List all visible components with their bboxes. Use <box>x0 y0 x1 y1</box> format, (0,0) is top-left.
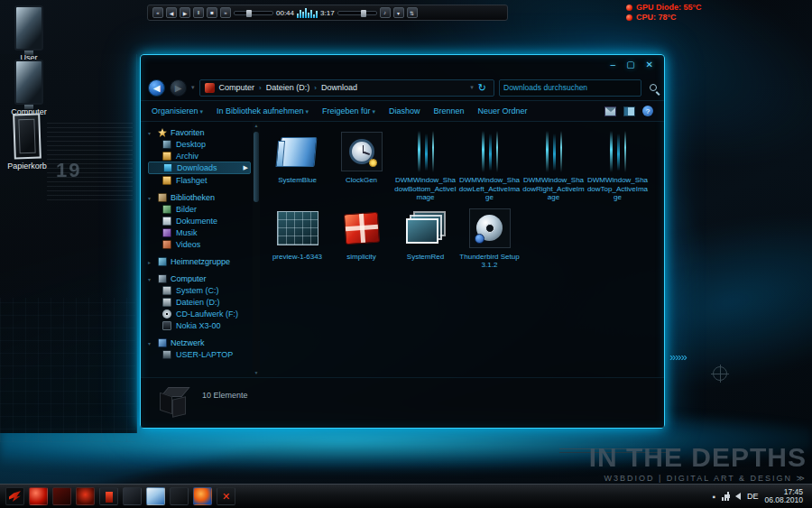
computer-monitor-icon <box>14 60 43 105</box>
media-playlist-button[interactable]: ♪ <box>380 7 391 18</box>
desktop-icon-computer[interactable]: Computer <box>5 60 52 116</box>
file-name: DWMWindow_ShadowRight_ActiveImage <box>521 176 586 202</box>
breadcrumb-separator: › <box>314 84 317 92</box>
desktop-icon-recycle-bin[interactable]: Papierkorb <box>4 114 51 171</box>
media-options-button[interactable]: ▾ <box>393 7 404 18</box>
expander-icon[interactable]: ▸ <box>148 259 154 265</box>
burn-button[interactable]: Brennen <box>434 106 465 115</box>
sidebar-item-archiv[interactable]: Archiv <box>148 150 251 162</box>
sidebar-section-libraries[interactable]: ▾ Bibliotheken <box>148 192 251 203</box>
sidebar-section-favorites[interactable]: ▾ Favoriten <box>148 127 251 138</box>
file-item[interactable]: DWMWindow_ShadowLeft_ActiveImage <box>457 129 521 202</box>
file-item[interactable]: DWMWindow_ShadowTop_ActiveImage <box>586 129 650 202</box>
tray-date: 06.08.2010 <box>764 496 803 505</box>
sidebar-item-documents[interactable]: Dokumente <box>148 215 251 226</box>
media-seek-slider[interactable] <box>234 11 273 15</box>
mail-icon[interactable] <box>604 106 616 116</box>
media-prev-button[interactable]: « <box>152 7 163 18</box>
breadcrumb-download[interactable]: Download <box>318 83 360 92</box>
sidebar-scrollbar[interactable]: ▲ ▼ <box>253 122 260 377</box>
explorer-icon[interactable] <box>146 487 165 505</box>
language-indicator[interactable]: DE <box>747 492 759 501</box>
sidebar-item-nokia[interactable]: Nokia X3-00 <box>148 319 251 331</box>
help-icon[interactable]: ? <box>642 106 653 116</box>
red-app-icon[interactable] <box>76 487 95 505</box>
scroll-down-icon[interactable]: ▼ <box>253 369 260 377</box>
expander-icon[interactable]: ▾ <box>148 195 154 201</box>
file-name: preview-1-6343 <box>265 253 329 262</box>
preview-pane-icon[interactable] <box>623 106 635 116</box>
media-player-icon[interactable] <box>193 487 212 505</box>
file-item[interactable]: DWMWindow_ShadowBottom_ActiveImage <box>393 129 457 202</box>
item-label: Dokumente <box>176 217 217 226</box>
sidebar-section-homegroup[interactable]: ▸ Heimnetzgruppe <box>148 256 251 267</box>
file-item[interactable]: Thunderbird Setup 3.1.2 <box>457 206 521 270</box>
include-in-library-menu[interactable]: In Bibliothek aufnehmen <box>217 106 309 115</box>
address-bar[interactable]: Computer › Dateien (D:) › Download ▾ ↻ <box>199 79 494 97</box>
breadcrumb-computer[interactable]: Computer <box>217 83 258 92</box>
sidebar-item-dateien-d[interactable]: Dateien (D:) <box>148 296 251 308</box>
file-item[interactable]: simplicity <box>329 206 393 270</box>
sidebar-item-desktop[interactable]: Desktop <box>148 138 251 150</box>
sidebar-item-flashget[interactable]: Flashget <box>148 174 251 186</box>
device-icon[interactable]: ▪ <box>712 492 715 502</box>
red-cross-app-icon[interactable] <box>217 487 235 505</box>
sidebar-section-network[interactable]: ▾ Netzwerk <box>148 337 251 348</box>
maximize-button[interactable]: ▢ <box>626 60 634 69</box>
dark-app-icon[interactable] <box>170 487 189 505</box>
window-titlebar[interactable]: – ▢ ✕ <box>141 55 664 75</box>
scroll-up-icon[interactable]: ▲ <box>253 122 260 130</box>
dark-red-app-icon[interactable] <box>52 487 71 505</box>
red-tool-app-icon[interactable] <box>99 487 118 505</box>
share-with-menu[interactable]: Freigeben für <box>322 106 375 115</box>
expander-icon[interactable]: ▾ <box>148 340 154 346</box>
media-volume-slider[interactable] <box>337 11 377 15</box>
slideshow-button[interactable]: Diashow <box>389 106 420 115</box>
red-orb-app-icon[interactable] <box>29 487 48 505</box>
sidebar-item-pictures[interactable]: Bilder <box>148 203 251 215</box>
media-pause-button[interactable]: ‖ <box>193 7 204 18</box>
clock[interactable]: 17:45 06.08.2010 <box>764 488 807 505</box>
file-item[interactable]: preview-1-6343 <box>265 206 329 270</box>
refresh-icon[interactable]: ↻ <box>475 82 489 94</box>
minimize-button[interactable]: – <box>611 60 616 69</box>
drive-icon <box>162 286 171 295</box>
expander-icon[interactable]: ▾ <box>148 130 154 136</box>
sidebar-item-videos[interactable]: Videos <box>148 238 251 250</box>
back-button[interactable]: ◀ <box>148 79 165 97</box>
address-dropdown[interactable]: ▾ <box>470 84 474 91</box>
rog-start-icon[interactable] <box>5 487 24 505</box>
sidebar-item-user-laptop[interactable]: USER-LAPTOP <box>148 348 251 360</box>
speaker-icon[interactable] <box>735 493 741 500</box>
breadcrumb-drive-d[interactable]: Dateien (D:) <box>263 83 313 92</box>
recent-pages-dropdown[interactable]: ▾ <box>191 84 195 91</box>
new-folder-button[interactable]: Neuer Ordner <box>478 106 528 115</box>
scrollbar-thumb[interactable] <box>254 132 259 202</box>
media-rewind-button[interactable]: ◀ <box>166 7 177 18</box>
sidebar-item-music[interactable]: Musik <box>148 226 251 238</box>
sidebar-item-cd-drive-f[interactable]: CD-Laufwerk (F:) <box>148 308 251 319</box>
details-pane: 10 Elemente <box>141 377 664 428</box>
file-item[interactable]: DWMWindow_ShadowRight_ActiveImage <box>521 129 586 202</box>
file-item[interactable]: ClockGen <box>329 129 393 202</box>
media-play-button[interactable]: ▶ <box>180 7 190 18</box>
search-icon[interactable] <box>650 84 657 91</box>
media-next-button[interactable]: » <box>220 7 231 18</box>
forward-button[interactable]: ▶ <box>170 79 187 97</box>
file-item[interactable]: SystemRed <box>393 206 457 270</box>
search-box[interactable] <box>499 79 641 97</box>
desktop-icon-user[interactable]: User <box>5 5 52 62</box>
media-sort-button[interactable]: ⇅ <box>407 7 418 18</box>
dark-monitor-app-icon[interactable] <box>123 487 142 505</box>
organize-menu[interactable]: Organisieren <box>152 106 203 115</box>
star-icon <box>158 128 167 137</box>
sidebar-item-system-c[interactable]: System (C:) <box>148 284 251 296</box>
sidebar-item-downloads[interactable]: Downloads ▶ <box>148 162 251 174</box>
breadcrumb-separator: › <box>259 84 262 92</box>
close-button[interactable]: ✕ <box>646 60 653 69</box>
file-item[interactable]: SystemBlue <box>265 129 329 202</box>
media-stop-button[interactable]: ■ <box>207 7 217 18</box>
search-input[interactable] <box>503 83 637 92</box>
expander-icon[interactable]: ▾ <box>148 276 154 282</box>
sidebar-section-computer[interactable]: ▾ Computer <box>148 273 251 284</box>
